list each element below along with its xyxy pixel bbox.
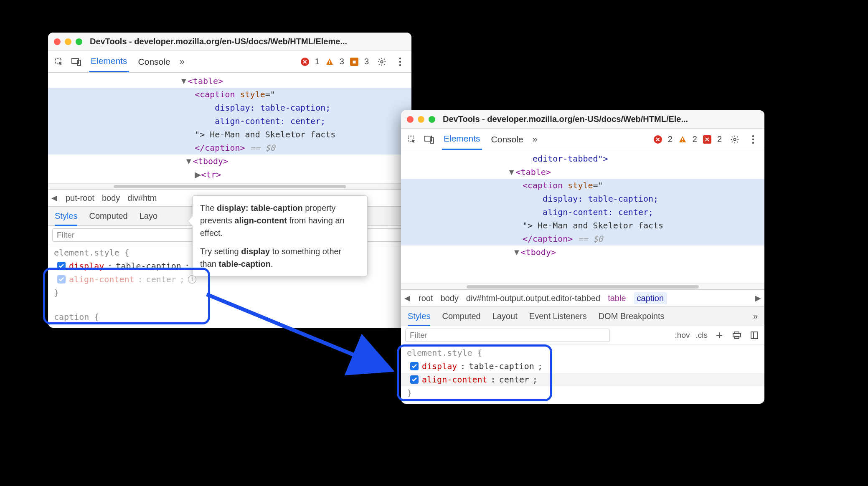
crumb-item[interactable]: div#htm	[127, 193, 157, 203]
hov-toggle[interactable]: :hov	[675, 331, 690, 340]
devtools-window-before: DevTools - developer.mozilla.org/en-US/d…	[48, 33, 411, 328]
crumb-item[interactable]: body	[102, 193, 120, 203]
svg-rect-4	[329, 63, 330, 64]
issue-counts[interactable]: ✕1 3 ■3	[301, 57, 369, 66]
settings-icon[interactable]	[376, 56, 387, 67]
checkbox-icon[interactable]	[57, 275, 66, 284]
dom-node-caption-close[interactable]: </caption>	[195, 143, 245, 153]
warning-count: 3	[340, 57, 344, 66]
filter-input[interactable]	[405, 329, 610, 342]
svg-point-6	[399, 57, 401, 59]
scrollbar[interactable]	[48, 183, 411, 189]
settings-icon[interactable]	[729, 134, 740, 145]
dom-node-tbody[interactable]: <tbody>	[193, 156, 228, 166]
more-options-icon[interactable]	[395, 56, 406, 67]
minimize-icon[interactable]	[65, 38, 71, 45]
css-property-align-content[interactable]: align-content: center;	[401, 373, 764, 386]
close-icon[interactable]	[407, 116, 414, 123]
tab-elements[interactable]: Elements	[89, 51, 129, 72]
devtools-window-after: DevTools - developer.mozilla.org/en-US/d…	[401, 110, 764, 404]
error-count: 1	[315, 57, 320, 66]
titlebar[interactable]: DevTools - developer.mozilla.org/en-US/d…	[48, 33, 411, 51]
svg-rect-19	[735, 332, 739, 334]
crumb-item[interactable]: table	[608, 294, 626, 303]
rule-selector[interactable]: element.style {	[401, 346, 764, 359]
css-hint-tooltip: The display: table-caption property prev…	[192, 195, 368, 276]
more-tabs-icon[interactable]: »	[533, 134, 538, 145]
inspect-element-icon[interactable]	[407, 134, 417, 144]
svg-rect-12	[682, 138, 683, 140]
crumb-item[interactable]: root	[419, 294, 433, 303]
crumb-item[interactable]: put-root	[66, 193, 94, 203]
error-icon: ✕	[654, 135, 662, 144]
zoom-icon[interactable]	[76, 38, 82, 45]
more-tabs-icon[interactable]: »	[180, 56, 185, 67]
traffic-lights	[407, 116, 435, 123]
svg-point-17	[752, 142, 754, 143]
checkbox-icon[interactable]	[410, 362, 419, 370]
device-toolbar-icon[interactable]	[424, 134, 434, 144]
crumb-next-icon[interactable]: ▶	[754, 294, 762, 303]
zoom-icon[interactable]	[429, 116, 435, 123]
tab-layout[interactable]: Layout	[492, 306, 518, 326]
issue-count: 2	[717, 134, 722, 144]
svg-point-14	[733, 138, 736, 141]
rule-partial: caption {	[48, 310, 411, 324]
tab-elements[interactable]: Elements	[442, 129, 482, 150]
checkbox-icon[interactable]	[57, 262, 66, 270]
error-icon: ✕	[301, 58, 309, 66]
dom-node-tbody[interactable]: <tbody>	[521, 247, 556, 257]
style-rules: element.style { display: table-caption; …	[401, 344, 764, 404]
close-icon[interactable]	[54, 38, 61, 45]
devtools-toolbar: Elements Console » ✕1 3 ■3	[48, 51, 411, 73]
rule-end: }	[48, 286, 411, 299]
more-options-icon[interactable]	[748, 134, 759, 145]
window-title: DevTools - developer.mozilla.org/en-US/d…	[443, 114, 688, 124]
css-property-display[interactable]: display: table-caption;	[401, 359, 764, 373]
tab-styles[interactable]: Styles	[55, 206, 77, 226]
minimize-icon[interactable]	[418, 116, 424, 123]
styles-panel-tabs: Styles Computed Layout Event Listeners D…	[401, 307, 764, 326]
svg-point-5	[381, 61, 383, 63]
tab-layout[interactable]: Layo	[140, 206, 157, 226]
svg-point-7	[399, 61, 401, 62]
filter-row: :hov .cls	[401, 326, 764, 344]
dom-node-table[interactable]: <table>	[188, 76, 223, 86]
scrollbar[interactable]	[401, 284, 764, 289]
titlebar[interactable]: DevTools - developer.mozilla.org/en-US/d…	[401, 110, 764, 129]
dom-tree[interactable]: ▼<table> <caption style=" display: table…	[48, 73, 411, 183]
dom-node-table[interactable]: <table>	[516, 167, 551, 177]
dom-node-tr[interactable]: <tr>	[201, 170, 221, 180]
error-count: 2	[668, 134, 673, 144]
tab-console[interactable]: Console	[137, 52, 172, 72]
checkbox-icon[interactable]	[410, 375, 419, 384]
tab-event-listeners[interactable]: Event Listeners	[529, 306, 587, 326]
print-media-icon[interactable]	[731, 329, 743, 341]
new-style-rule-icon[interactable]	[713, 329, 725, 341]
dom-tree[interactable]: editor-tabbed"> ▼<table> <caption style=…	[401, 150, 764, 284]
tab-computed[interactable]: Computed	[89, 206, 127, 226]
svg-point-8	[399, 64, 401, 66]
tab-console[interactable]: Console	[490, 129, 525, 149]
dom-node-caption-open[interactable]: <caption	[195, 89, 235, 99]
breadcrumb[interactable]: ◀ root body div#html-output.output.edito…	[401, 289, 764, 307]
crumb-item[interactable]: body	[440, 294, 458, 303]
tab-computed[interactable]: Computed	[442, 306, 480, 326]
dom-node-caption-open[interactable]: <caption	[523, 180, 563, 190]
dom-node-caption-close[interactable]: </caption>	[523, 234, 573, 244]
cls-toggle[interactable]: .cls	[696, 331, 708, 340]
tab-styles[interactable]: Styles	[408, 306, 430, 326]
more-panel-tabs-icon[interactable]: »	[753, 311, 758, 321]
inspect-element-icon[interactable]	[54, 57, 64, 67]
crumb-prev-icon[interactable]: ◀	[404, 294, 411, 303]
device-toolbar-icon[interactable]	[71, 57, 81, 67]
crumb-item-selected[interactable]: caption	[634, 292, 667, 304]
crumb-item[interactable]: div#html-output.output.editor-tabbed	[466, 294, 600, 303]
issue-counts[interactable]: ✕2 2 ✕2	[654, 134, 722, 144]
computed-panel-icon[interactable]	[749, 329, 760, 341]
tab-dom-breakpoints[interactable]: DOM Breakpoints	[599, 306, 665, 326]
warning-icon	[325, 58, 334, 66]
info-icon[interactable]: i	[188, 275, 196, 284]
svg-rect-13	[682, 141, 683, 142]
crumb-prev-icon[interactable]: ◀	[51, 193, 58, 202]
